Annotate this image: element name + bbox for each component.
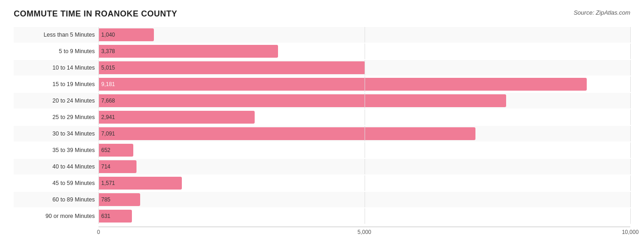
bar-container: 631 bbox=[98, 208, 630, 224]
page-wrapper: COMMUTE TIME IN ROANOKE COUNTY Source: Z… bbox=[14, 9, 630, 236]
bar-row: 90 or more Minutes631 bbox=[14, 208, 630, 224]
bar-label: 40 to 44 Minutes bbox=[14, 163, 98, 170]
chart-header: COMMUTE TIME IN ROANOKE COUNTY Source: Z… bbox=[14, 9, 630, 19]
chart-area: Less than 5 Minutes1,0405 to 9 Minutes3,… bbox=[14, 27, 630, 236]
bar: 714 bbox=[98, 160, 136, 173]
bar-label: 15 to 19 Minutes bbox=[14, 81, 98, 87]
bar: 3,378 bbox=[98, 45, 278, 58]
bar-row: 20 to 24 Minutes7,668 bbox=[14, 93, 630, 109]
bar-row: 15 to 19 Minutes9,181 bbox=[14, 76, 630, 92]
bar-row: 25 to 29 Minutes2,941 bbox=[14, 109, 630, 125]
bar-row: 10 to 14 Minutes5,015 bbox=[14, 60, 630, 76]
bar-container: 714 bbox=[98, 159, 630, 174]
chart-title: COMMUTE TIME IN ROANOKE COUNTY bbox=[14, 9, 177, 19]
bar: 9,181 bbox=[98, 78, 587, 91]
bar-label: 10 to 14 Minutes bbox=[14, 65, 98, 71]
bar-label: 45 to 59 Minutes bbox=[14, 180, 98, 186]
bar-label: 35 to 39 Minutes bbox=[14, 147, 98, 153]
bar-label: 30 to 34 Minutes bbox=[14, 130, 98, 137]
bar: 785 bbox=[98, 193, 140, 206]
bar-value: 785 bbox=[101, 196, 110, 203]
x-axis-label: 5,000 bbox=[357, 229, 371, 235]
bar-container: 7,668 bbox=[98, 93, 630, 109]
bar: 7,091 bbox=[98, 127, 475, 140]
bar-row: 5 to 9 Minutes3,378 bbox=[14, 43, 630, 59]
bar: 631 bbox=[98, 210, 132, 223]
bar-row: 35 to 39 Minutes652 bbox=[14, 142, 630, 158]
bar-value: 3,378 bbox=[101, 48, 115, 54]
source-text: Source: ZipAtlas.com bbox=[573, 9, 630, 16]
bar-container: 2,941 bbox=[98, 109, 630, 125]
bar-value: 714 bbox=[101, 163, 110, 170]
bar-label: 25 to 29 Minutes bbox=[14, 114, 98, 120]
bar-row: 45 to 59 Minutes1,571 bbox=[14, 175, 630, 191]
bar: 2,941 bbox=[98, 111, 255, 124]
bar: 5,015 bbox=[98, 61, 365, 74]
x-axis-label: 10,000 bbox=[622, 229, 639, 235]
bar-row: 30 to 34 Minutes7,091 bbox=[14, 126, 630, 141]
chart-rows: Less than 5 Minutes1,0405 to 9 Minutes3,… bbox=[14, 27, 630, 224]
bar-label: 60 to 89 Minutes bbox=[14, 196, 98, 203]
bar-container: 652 bbox=[98, 142, 630, 158]
bar: 1,571 bbox=[98, 177, 182, 190]
bar: 652 bbox=[98, 144, 133, 157]
bar-label: 5 to 9 Minutes bbox=[14, 48, 98, 54]
bar-value: 1,571 bbox=[101, 180, 115, 186]
bar-label: 90 or more Minutes bbox=[14, 213, 98, 219]
bar-row: Less than 5 Minutes1,040 bbox=[14, 27, 630, 43]
bar-row: 60 to 89 Minutes785 bbox=[14, 192, 630, 207]
bar-value: 1,040 bbox=[101, 32, 115, 38]
bar-container: 1,571 bbox=[98, 175, 630, 191]
bar-container: 7,091 bbox=[98, 126, 630, 141]
bar-container: 9,181 bbox=[98, 76, 630, 92]
bar-value: 2,941 bbox=[101, 114, 115, 120]
bar-label: 20 to 24 Minutes bbox=[14, 98, 98, 104]
bar-value: 7,091 bbox=[101, 130, 115, 137]
bar-container: 3,378 bbox=[98, 43, 630, 59]
bar-container: 1,040 bbox=[98, 27, 630, 43]
bar: 1,040 bbox=[98, 28, 154, 41]
bar-value: 652 bbox=[101, 147, 110, 153]
bar-value: 9,181 bbox=[101, 81, 115, 87]
x-axis: 05,00010,000 bbox=[98, 227, 630, 236]
bar-value: 5,015 bbox=[101, 65, 115, 71]
bar: 7,668 bbox=[98, 94, 506, 107]
bar-container: 5,015 bbox=[98, 60, 630, 76]
x-axis-label: 0 bbox=[97, 229, 100, 235]
bar-container: 785 bbox=[98, 192, 630, 207]
bar-row: 40 to 44 Minutes714 bbox=[14, 159, 630, 174]
bar-label: Less than 5 Minutes bbox=[14, 32, 98, 38]
bar-value: 631 bbox=[101, 213, 110, 219]
bar-value: 7,668 bbox=[101, 98, 115, 104]
